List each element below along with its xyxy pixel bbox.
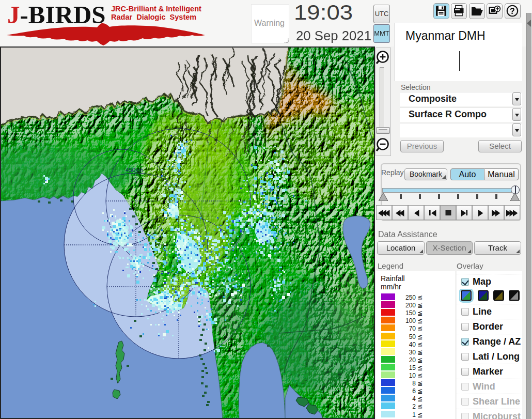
svg-text:450km: 450km	[126, 167, 144, 173]
svg-text:?: ?	[510, 7, 515, 15]
